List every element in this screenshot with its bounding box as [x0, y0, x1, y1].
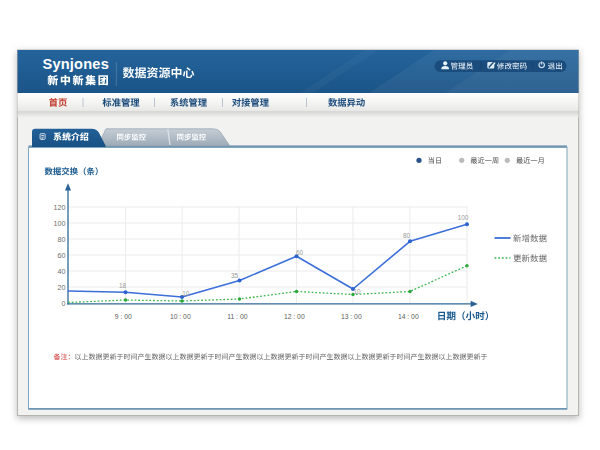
svg-text:18: 18	[119, 282, 127, 289]
svg-text:12 : 00: 12 : 00	[284, 313, 305, 320]
svg-text:10: 10	[353, 288, 361, 295]
svg-text:35: 35	[231, 272, 239, 279]
svg-text:60: 60	[58, 251, 66, 260]
svg-text:10: 10	[182, 290, 190, 297]
svg-text:9 : 00: 9 : 00	[115, 313, 132, 320]
svg-text:0: 0	[62, 299, 66, 308]
svg-text:14 : 00: 14 : 00	[398, 313, 419, 320]
svg-text:11 : 00: 11 : 00	[227, 313, 248, 320]
svg-text:10 : 00: 10 : 00	[170, 313, 191, 320]
svg-text:100: 100	[458, 214, 469, 221]
svg-text:100: 100	[54, 219, 66, 228]
svg-text:60: 60	[296, 249, 304, 256]
svg-text:Synjones: Synjones	[43, 56, 109, 72]
svg-text:40: 40	[58, 267, 66, 276]
svg-text:80: 80	[58, 235, 66, 244]
svg-text:20: 20	[58, 283, 66, 292]
svg-text:80: 80	[403, 232, 411, 239]
svg-text:120: 120	[54, 203, 66, 212]
svg-text:13 : 00: 13 : 00	[341, 313, 362, 320]
